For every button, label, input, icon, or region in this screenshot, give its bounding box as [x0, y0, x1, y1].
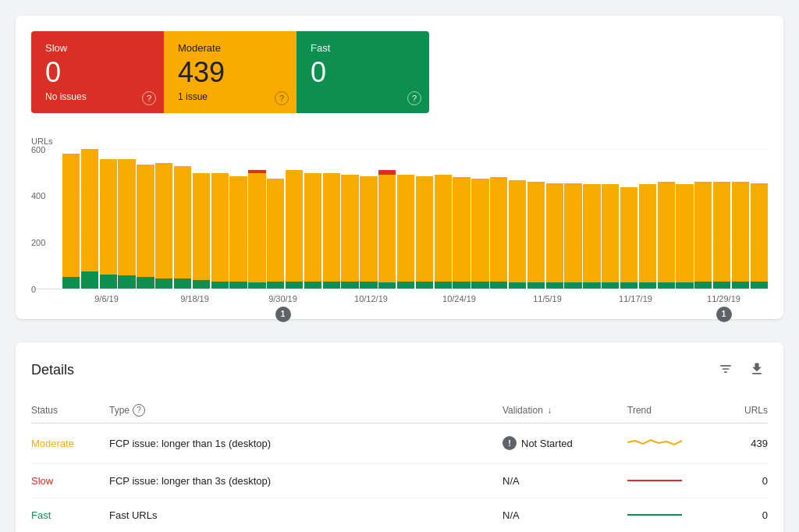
- moderate-status-box: Moderate 439 1 issue ?: [164, 31, 297, 113]
- grid-label-400: 400: [31, 191, 45, 200]
- bar-group: [118, 149, 135, 289]
- slow-desc: No issues: [45, 91, 150, 102]
- download-button[interactable]: [746, 358, 768, 382]
- header-validation[interactable]: Validation ↓: [502, 405, 627, 416]
- bar-group: [397, 149, 414, 289]
- row1-urls: 439: [721, 438, 768, 449]
- fast-status-box: Fast 0 ?: [297, 31, 429, 113]
- not-started-label: Not Started: [521, 438, 573, 449]
- header-status: Status: [31, 405, 109, 416]
- fast-help-icon[interactable]: ?: [407, 91, 421, 105]
- x-label-8: 11/29/19 1: [680, 294, 768, 303]
- chart-container: URLs 600 400 200 0 9/6/19 9/18/19 9/30/1…: [31, 129, 768, 303]
- summary-card: Slow 0 No issues ? Moderate 439 1 issue …: [16, 16, 783, 319]
- x-label-1: 9/6/19: [62, 294, 151, 303]
- header-type: Type ?: [109, 404, 502, 417]
- x-label-6: 11/5/19: [503, 294, 591, 303]
- fast-label: Fast: [311, 42, 415, 54]
- moderate-label: Moderate: [178, 42, 282, 54]
- bar-group: [732, 149, 749, 289]
- x-label-7: 11/17/19: [591, 294, 680, 303]
- row2-trend: [627, 480, 721, 481]
- bar-group: [267, 149, 284, 289]
- bar-group: [564, 149, 581, 289]
- details-header: Details: [31, 358, 768, 382]
- bar-group: [229, 149, 247, 289]
- annotation-1: 1: [275, 307, 291, 322]
- slow-count: 0: [45, 57, 150, 88]
- bar-group: [304, 149, 321, 289]
- bar-group: [658, 149, 675, 289]
- x-label-4: 10/12/19: [327, 294, 415, 303]
- bar-group: [509, 149, 526, 289]
- bar-group: [546, 149, 563, 289]
- table-row: Moderate FCP issue: longer than 1s (desk…: [31, 424, 768, 464]
- header-urls: URLs: [721, 405, 768, 416]
- bar-group: [286, 149, 303, 289]
- bar-group: [211, 149, 229, 289]
- bar-group: [602, 149, 619, 289]
- row2-status: Slow: [31, 475, 109, 487]
- moderate-desc: 1 issue: [178, 91, 282, 102]
- bar-group: [174, 149, 191, 289]
- grid-label-0: 0: [31, 285, 36, 294]
- bar-group: [341, 149, 358, 289]
- bar-group: [713, 149, 730, 289]
- bar-group: [248, 149, 265, 289]
- bar-group: [639, 149, 656, 289]
- details-actions: [715, 358, 768, 382]
- bar-group: [416, 149, 433, 289]
- table-row: Fast Fast URLs N/A 0: [31, 498, 768, 532]
- bar-group: [193, 149, 210, 289]
- bar-group: [620, 149, 637, 289]
- slow-trend-line: [627, 480, 682, 481]
- bar-group: [694, 149, 712, 289]
- row3-validation: N/A: [502, 509, 627, 521]
- bar-group: [453, 149, 470, 289]
- chart-x-labels: 9/6/19 9/18/19 9/30/19 1 10/12/19 10/24/…: [62, 294, 768, 303]
- bar-group: [527, 149, 545, 289]
- bar-group: [751, 149, 768, 289]
- bar-group: [137, 149, 154, 289]
- bar-group: [155, 149, 172, 289]
- row3-trend: [627, 514, 721, 516]
- x-label-2: 9/18/19: [151, 294, 239, 303]
- row2-urls: 0: [721, 475, 768, 487]
- chart-y-label: URLs: [31, 137, 768, 146]
- slow-status-box: Slow 0 No issues ?: [31, 31, 164, 113]
- moderate-help-icon[interactable]: ?: [275, 91, 289, 105]
- slow-help-icon[interactable]: ?: [142, 91, 156, 105]
- details-title: Details: [31, 362, 74, 378]
- bar-group: [360, 149, 377, 289]
- bar-group: [583, 149, 600, 289]
- row2-validation: N/A: [502, 475, 627, 487]
- bars-wrapper: [62, 149, 768, 289]
- row1-validation: ! Not Started: [502, 436, 627, 450]
- filter-button[interactable]: [715, 358, 737, 382]
- not-started-icon: !: [502, 436, 517, 450]
- bar-group: [490, 149, 507, 289]
- fast-trend-line: [627, 514, 682, 516]
- grid-label-200: 200: [31, 238, 45, 247]
- bar-group: [81, 149, 98, 289]
- fast-count: 0: [311, 57, 415, 88]
- bar-group: [435, 149, 452, 289]
- slow-label: Slow: [45, 42, 150, 54]
- table-row: Slow FCP issue: longer than 3s (desktop)…: [31, 464, 768, 498]
- filter-icon: [718, 361, 733, 377]
- row3-status: Fast: [31, 509, 109, 521]
- type-help-icon[interactable]: ?: [133, 404, 145, 417]
- bar-group: [471, 149, 488, 289]
- moderate-count: 439: [178, 57, 282, 88]
- x-label-3: 9/30/19 1: [239, 294, 327, 303]
- row1-type: FCP issue: longer than 1s (desktop): [109, 438, 502, 449]
- status-boxes-container: Slow 0 No issues ? Moderate 439 1 issue …: [31, 31, 768, 113]
- row1-status: Moderate: [31, 438, 109, 449]
- bar-group: [378, 149, 396, 289]
- grid-label-600: 600: [31, 145, 45, 154]
- download-icon: [749, 361, 765, 377]
- row1-trend: [627, 434, 721, 452]
- annotation-2: 1: [716, 307, 732, 322]
- bar-group: [323, 149, 340, 289]
- x-label-5: 10/24/19: [415, 294, 503, 303]
